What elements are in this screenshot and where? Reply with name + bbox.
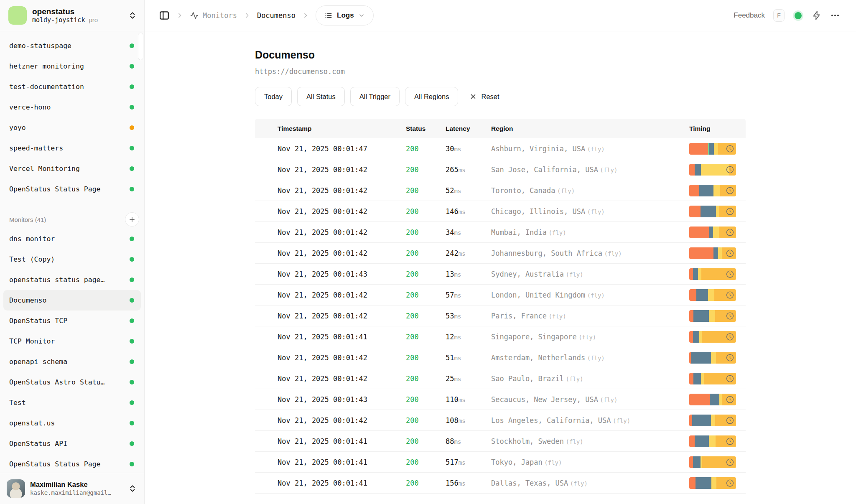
sidebar-item-openstatus-status-page[interactable]: OpenStatus Status Page (3, 179, 141, 199)
log-row[interactable]: Nov 21, 2025 00:01:42 200 34ms Mumbai, I… (255, 222, 746, 243)
status-dot (130, 421, 134, 425)
sidebar-item-verce-hono[interactable]: verce-hono (3, 97, 141, 117)
sidebar-item-demo-statuspage[interactable]: demo-statuspage (3, 36, 141, 56)
zap-icon[interactable] (812, 10, 822, 20)
feedback-button[interactable]: Feedback (734, 11, 765, 20)
sidebar-item-openstatus-api[interactable]: OpenStatus API (3, 433, 141, 454)
sidebar-item-speed-matters[interactable]: speed-matters (3, 138, 141, 158)
log-row[interactable]: Nov 21, 2025 00:01:42 200 265ms San Jose… (255, 159, 746, 180)
activity-icon (190, 11, 199, 20)
sidebar-item-openstatus-tcp[interactable]: OpenStatus TCP (3, 311, 141, 331)
sidebar-item-vercel-monitoring[interactable]: Vercel Monitoring (3, 158, 141, 179)
sidebar-item-openstatus-status-page[interactable]: openstatus status page… (3, 270, 141, 290)
clock-icon[interactable] (726, 479, 734, 487)
status-dot (130, 318, 134, 323)
breadcrumb-monitor-name[interactable]: Documenso (257, 11, 296, 20)
sidebar-item-openstatus-astro-statu[interactable]: OpenStatus Astro Statu… (3, 372, 141, 392)
clock-icon[interactable] (726, 311, 734, 320)
clock-icon[interactable] (726, 437, 734, 445)
clock-icon[interactable] (726, 290, 734, 299)
clock-icon[interactable] (726, 228, 734, 237)
sidebar-item-hetzner-monitoring[interactable]: hetzner monitoring (3, 56, 141, 76)
sidebar-item-openapi-schema[interactable]: openapi schema (3, 351, 141, 372)
sidebar-toggle-button[interactable] (159, 10, 170, 21)
clock-icon[interactable] (726, 270, 734, 278)
row-region-provider: (fly) (587, 292, 605, 299)
clock-icon[interactable] (726, 207, 734, 216)
log-row[interactable]: Nov 21, 2025 00:01:43 200 110ms Secaucus… (255, 389, 746, 410)
timing-segment-orange (689, 247, 713, 259)
log-row[interactable]: Nov 21, 2025 00:01:41 200 88ms Stockholm… (255, 431, 746, 452)
clock-icon[interactable] (726, 458, 734, 466)
clock-icon[interactable] (726, 395, 734, 404)
view-selector-logs[interactable]: Logs (316, 5, 374, 25)
workspace-switcher[interactable]: openstatus moldy-joystick pro (0, 0, 144, 31)
sidebar-item-dns-monitor[interactable]: dns monitor (3, 229, 141, 249)
filter-date[interactable]: Today (255, 87, 292, 106)
log-row[interactable]: Nov 21, 2025 00:01:42 200 51ms Amsterdam… (255, 347, 746, 368)
log-row[interactable]: Nov 21, 2025 00:01:42 200 25ms Sao Paulo… (255, 368, 746, 389)
row-status-code: 200 (406, 437, 419, 445)
log-row[interactable]: Nov 21, 2025 00:01:43 200 13ms Sydney, A… (255, 264, 746, 285)
row-status-code: 200 (406, 479, 419, 487)
log-row[interactable]: Nov 21, 2025 00:01:42 200 108ms Los Ange… (255, 410, 746, 431)
log-row[interactable]: Nov 21, 2025 00:01:42 200 146ms Chicago,… (255, 201, 746, 222)
row-region: Chicago, Illinois, USA (491, 207, 585, 216)
clock-icon[interactable] (726, 249, 734, 257)
log-row[interactable]: Nov 21, 2025 00:01:42 200 52ms Toronto, … (255, 180, 746, 201)
row-latency-value: 30 (446, 145, 454, 153)
filter-status[interactable]: All Status (297, 87, 345, 106)
log-row[interactable]: Nov 21, 2025 00:01:41 200 517ms Tokyo, J… (255, 452, 746, 473)
log-row[interactable]: Nov 21, 2025 00:01:41 200 12ms Singapore… (255, 326, 746, 347)
row-latency-value: 517 (446, 458, 459, 466)
row-latency-unit: ms (454, 313, 461, 320)
user-menu[interactable]: Maximilian Kaske kaske.maximilian@gmail… (0, 473, 144, 504)
sidebar-item-test-copy[interactable]: Test (Copy) (3, 249, 141, 270)
sidebar-item-yoyo[interactable]: yoyo (3, 117, 141, 138)
more-options-button[interactable] (830, 10, 840, 20)
row-region: Ashburn, Virginia, USA (491, 145, 585, 153)
sidebar-item-openstatus-status-page[interactable]: OpenStatus Status Page (3, 454, 141, 473)
row-latency-value: 53 (446, 312, 454, 320)
sidebar-item-documenso[interactable]: Documenso (3, 290, 141, 311)
clock-icon[interactable] (726, 186, 734, 195)
clock-icon[interactable] (726, 332, 734, 341)
row-latency-unit: ms (459, 480, 466, 487)
status-dot (130, 125, 134, 130)
row-region: London, United Kingdom (491, 291, 585, 299)
timing-segment-orange (689, 331, 693, 343)
timing-segment-blue (709, 143, 714, 155)
row-region: Dallas, Texas, USA (491, 479, 568, 487)
timing-segment-lightYellow (708, 289, 715, 301)
filter-trigger[interactable]: All Trigger (350, 87, 400, 106)
system-status-indicator[interactable] (795, 12, 802, 19)
clock-icon[interactable] (726, 416, 734, 425)
clock-icon[interactable] (726, 165, 734, 174)
add-monitor-button[interactable] (125, 212, 139, 227)
x-icon (469, 93, 477, 100)
timing-segment-blue (695, 435, 709, 447)
log-row[interactable]: Nov 21, 2025 00:01:42 200 242ms Johannes… (255, 243, 746, 264)
workspace-logo (8, 6, 27, 25)
row-status-code: 200 (406, 228, 419, 237)
log-row[interactable]: Nov 21, 2025 00:01:42 200 53ms Paris, Fr… (255, 305, 746, 326)
log-row[interactable]: Nov 21, 2025 00:01:47 200 30ms Ashburn, … (255, 138, 746, 159)
timing-segment-blue (693, 268, 698, 280)
sidebar-item-tcp-monitor[interactable]: TCP Monitor (3, 331, 141, 351)
breadcrumb-monitors[interactable]: Monitors (190, 11, 237, 20)
sidebar-item-test-documentation[interactable]: test-documentation (3, 76, 141, 97)
sidebar-item-label: Test (9, 399, 26, 407)
filter-bar: Today All Status All Trigger All Regions… (255, 87, 746, 106)
log-row[interactable]: Nov 21, 2025 00:01:42 200 57ms London, U… (255, 285, 746, 305)
filter-regions[interactable]: All Regions (405, 87, 458, 106)
reset-filters-button[interactable]: Reset (464, 87, 505, 106)
row-status-code: 200 (406, 165, 419, 174)
clock-icon[interactable] (726, 144, 734, 153)
clock-icon[interactable] (726, 374, 734, 383)
sidebar-item-test[interactable]: Test (3, 392, 141, 413)
log-row[interactable]: Nov 21, 2025 00:01:41 200 156ms Dallas, … (255, 473, 746, 494)
row-status-code: 200 (406, 333, 419, 341)
clock-icon[interactable] (726, 353, 734, 362)
sidebar-item-openstat-us[interactable]: openstat.us (3, 413, 141, 433)
column-header-timing: Timing (689, 125, 711, 132)
